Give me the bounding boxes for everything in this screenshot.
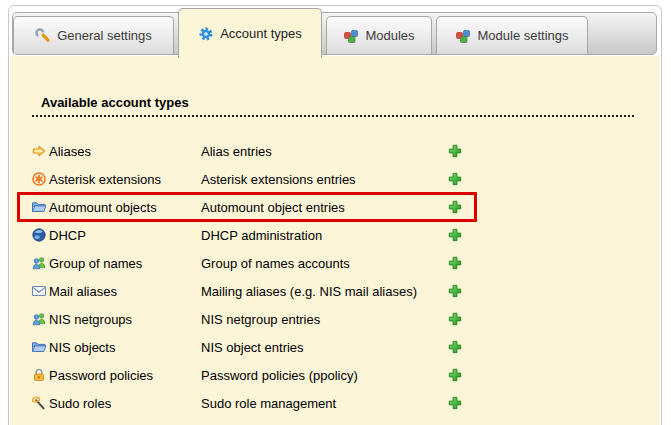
account-type-row: Password policies Password policies (ppo…: [31, 361, 660, 389]
account-type-row: DHCP DHCP administration: [31, 221, 660, 249]
add-account-type-button[interactable]: [447, 171, 465, 187]
tab-label: Account types: [220, 26, 302, 41]
tab-label: General settings: [57, 28, 152, 43]
account-type-row: Sudo roles Sudo role management: [31, 389, 660, 417]
section-heading-wrap: Available account types: [32, 95, 634, 117]
account-type-row: Asterisk extensions Asterisk extensions …: [31, 165, 660, 193]
wrench-icon: [35, 28, 51, 44]
account-type-icon: [31, 311, 49, 327]
account-type-icon: [31, 143, 49, 159]
add-account-type-button[interactable]: [447, 311, 465, 327]
account-type-icon: [31, 395, 49, 411]
tab-module-settings[interactable]: Module settings: [436, 16, 588, 54]
account-type-icon: [31, 227, 49, 243]
plus-icon: [447, 311, 463, 327]
account-type-name: Password policies: [49, 368, 201, 383]
account-type-icon: [31, 367, 49, 383]
plus-icon: [447, 367, 463, 383]
plus-icon: [447, 171, 463, 187]
account-type-row: Automount objects Automount object entri…: [31, 193, 660, 221]
account-type-icon: [31, 255, 49, 271]
account-type-name: Sudo roles: [49, 396, 201, 411]
account-type-icon: [31, 339, 49, 355]
account-type-row: NIS netgroups NIS netgroup entries: [31, 305, 660, 333]
plus-icon: [447, 339, 463, 355]
account-type-icon: [31, 171, 49, 187]
plus-icon: [447, 227, 463, 243]
account-type-row: Aliases Alias entries: [31, 137, 660, 165]
account-type-name: DHCP: [49, 228, 201, 243]
account-type-icon: [31, 199, 49, 215]
account-type-icon: [31, 283, 49, 299]
account-type-name: NIS netgroups: [49, 312, 201, 327]
add-account-type-button[interactable]: [447, 143, 465, 159]
account-type-name: Aliases: [49, 144, 201, 159]
settings-panel: General settings Account types Modules M…: [8, 5, 662, 425]
add-account-type-button[interactable]: [447, 199, 465, 215]
add-account-type-button[interactable]: [447, 339, 465, 355]
add-account-type-button[interactable]: [447, 227, 465, 243]
account-type-row: Mail aliases Mailing aliases (e.g. NIS m…: [31, 277, 660, 305]
account-type-name: Group of names: [49, 256, 201, 271]
account-types-panel: Available account types Aliases Alias en…: [10, 56, 660, 425]
modules-icon: [343, 28, 359, 44]
account-type-row: Group of names Group of names accounts: [31, 249, 660, 277]
tab-bar: General settings Account types Modules M…: [12, 12, 657, 55]
plus-icon: [447, 283, 463, 299]
account-type-list: Aliases Alias entries Asterisk extension…: [10, 137, 660, 417]
account-type-description: NIS netgroup entries: [201, 312, 447, 327]
modules-icon: [455, 28, 471, 44]
add-account-type-button[interactable]: [447, 367, 465, 383]
plus-icon: [447, 255, 463, 271]
account-type-name: Mail aliases: [49, 284, 201, 299]
account-type-name: NIS objects: [49, 340, 201, 355]
account-type-description: Password policies (ppolicy): [201, 368, 447, 383]
tab-modules[interactable]: Modules: [326, 16, 432, 54]
tab-label: Module settings: [477, 28, 568, 43]
tab-account-types[interactable]: Account types: [178, 8, 322, 58]
account-type-description: Sudo role management: [201, 396, 447, 411]
plus-icon: [447, 199, 463, 215]
add-account-type-button[interactable]: [447, 283, 465, 299]
account-type-description: Group of names accounts: [201, 256, 447, 271]
account-type-description: Automount object entries: [201, 200, 447, 215]
account-type-description: Alias entries: [201, 144, 447, 159]
account-type-description: NIS object entries: [201, 340, 447, 355]
account-type-description: DHCP administration: [201, 228, 447, 243]
account-type-name: Automount objects: [49, 200, 201, 215]
add-account-type-button[interactable]: [447, 255, 465, 271]
tab-general-settings[interactable]: General settings: [13, 16, 174, 54]
account-type-name: Asterisk extensions: [49, 172, 201, 187]
plus-icon: [447, 395, 463, 411]
add-account-type-button[interactable]: [447, 395, 465, 411]
plus-icon: [447, 143, 463, 159]
account-type-description: Asterisk extensions entries: [201, 172, 447, 187]
account-type-row: NIS objects NIS object entries: [31, 333, 660, 361]
tab-label: Modules: [365, 28, 414, 43]
gear-icon: [198, 26, 214, 42]
account-type-description: Mailing aliases (e.g. NIS mail aliases): [201, 284, 447, 299]
section-heading: Available account types: [41, 95, 189, 110]
